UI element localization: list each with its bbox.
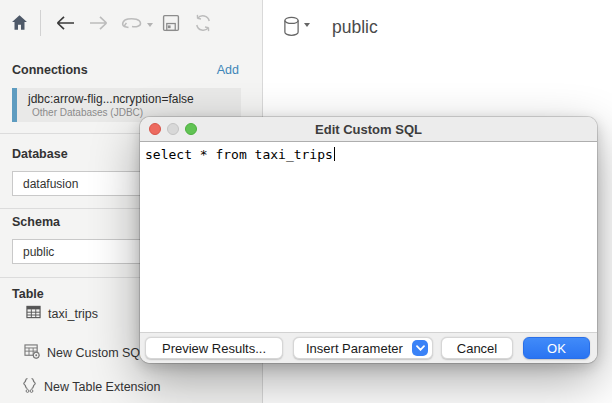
- save-icon[interactable]: [162, 14, 180, 32]
- zoom-window-icon[interactable]: [185, 123, 197, 135]
- table-grid-icon: [26, 305, 41, 322]
- table-label: Table: [12, 287, 44, 301]
- insert-parameter-button[interactable]: Insert Parameter: [293, 337, 433, 359]
- canvas-title: public: [332, 17, 378, 38]
- table-item-label: New Table Extension: [44, 380, 161, 394]
- back-arrow-icon[interactable]: [55, 15, 76, 31]
- redo-icon[interactable]: [120, 15, 143, 30]
- minimize-window-icon[interactable]: [167, 123, 179, 135]
- ok-button[interactable]: OK: [523, 337, 590, 359]
- forward-arrow-icon[interactable]: [88, 15, 109, 31]
- connection-title: jdbc:arrow-flig...ncryption=false: [28, 92, 241, 106]
- sql-text: select * from taxi_trips: [145, 147, 333, 162]
- new-custom-sql-item[interactable]: New Custom SQL: [24, 344, 147, 362]
- schema-select-value: public: [23, 245, 54, 259]
- database-select-value: datafusion: [23, 177, 78, 191]
- new-table-extension-item[interactable]: New Table Extension: [22, 377, 161, 396]
- table-item-label: taxi_trips: [48, 307, 98, 321]
- home-icon[interactable]: [11, 14, 28, 31]
- add-connection-link[interactable]: Add: [217, 63, 239, 77]
- insert-parameter-label: Insert Parameter: [306, 341, 403, 356]
- preview-results-button[interactable]: Preview Results...: [145, 337, 283, 359]
- connections-label: Connections: [12, 63, 88, 77]
- dialog-title: Edit Custom SQL: [140, 122, 597, 137]
- toolbar-divider: [40, 10, 41, 36]
- table-extension-icon: [22, 377, 37, 396]
- schema-label: Schema: [12, 215, 60, 229]
- database-label: Database: [12, 147, 68, 161]
- text-cursor: [334, 147, 336, 161]
- traffic-lights: [149, 123, 197, 135]
- edit-custom-sql-dialog: Edit Custom SQL select * from taxi_trips…: [140, 117, 597, 363]
- redo-dropdown-caret-icon[interactable]: [147, 23, 153, 27]
- table-item-label: New Custom SQL: [47, 346, 147, 360]
- close-window-icon[interactable]: [149, 123, 161, 135]
- database-cylinder-icon[interactable]: [283, 16, 300, 41]
- chevron-down-icon[interactable]: [412, 340, 428, 356]
- table-gear-icon: [24, 344, 40, 362]
- table-item-taxi-trips[interactable]: taxi_trips: [26, 305, 98, 322]
- canvas-header: public: [283, 14, 378, 41]
- refresh-icon[interactable]: [193, 13, 213, 33]
- dialog-footer: Preview Results... Insert Parameter Canc…: [140, 332, 597, 363]
- toolbar: [0, 0, 263, 45]
- tableau-datasource-window: Connections Add jdbc:arrow-flig...ncrypt…: [0, 0, 612, 403]
- database-dropdown-caret-icon[interactable]: [304, 23, 310, 27]
- sql-editor[interactable]: select * from taxi_trips: [140, 142, 597, 332]
- cancel-button[interactable]: Cancel: [441, 337, 513, 359]
- dialog-titlebar[interactable]: Edit Custom SQL: [140, 117, 597, 142]
